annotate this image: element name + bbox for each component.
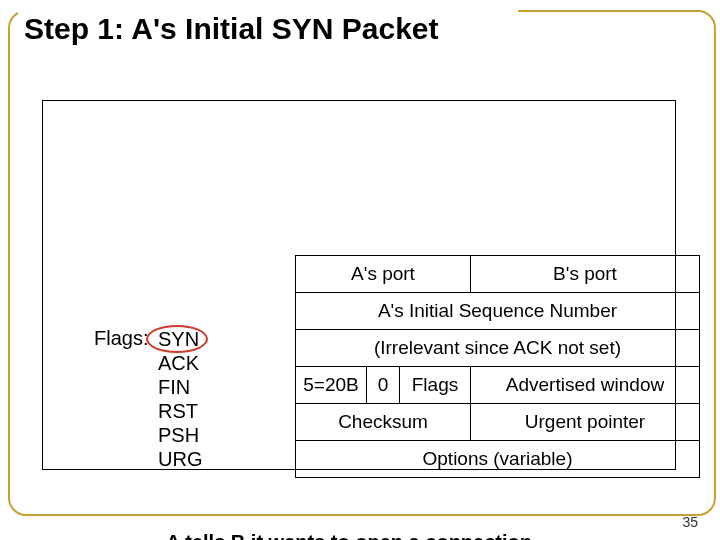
flags-label: Flags: [94,327,148,350]
cell-ack-number: (Irrelevant since ACK not set) [296,330,700,367]
cell-urgent-pointer: Urgent pointer [471,404,700,441]
cell-adv-window: Advertised window [471,367,700,404]
page-title: Step 1: A's Initial SYN Packet [20,12,443,46]
table-row: Options (variable) [296,441,700,478]
cell-header-length: 5=20B [296,367,367,404]
content-frame: Flags: SYN ACK FIN RST PSH URG A's port … [42,100,676,470]
flag-urg: URG [158,447,202,471]
syn-highlight-circle [146,325,208,353]
table-row: Checksum Urgent pointer [296,404,700,441]
table-row: A's Initial Sequence Number [296,293,700,330]
packet-table: A's port B's port A's Initial Sequence N… [295,255,700,478]
flag-fin: FIN [158,375,202,399]
table-row: 5=20B 0 Flags Advertised window [296,367,700,404]
cell-reserved: 0 [367,367,400,404]
cell-src-port: A's port [296,256,471,293]
table-row: (Irrelevant since ACK not set) [296,330,700,367]
cell-seq-number: A's Initial Sequence Number [296,293,700,330]
page-number: 35 [682,514,698,530]
flag-ack: ACK [158,351,202,375]
flag-psh: PSH [158,423,202,447]
flag-rst: RST [158,399,202,423]
cell-options: Options (variable) [296,441,700,478]
cell-flags: Flags [400,367,471,404]
cell-checksum: Checksum [296,404,471,441]
cell-dst-port: B's port [471,256,700,293]
slide: Step 1: A's Initial SYN Packet Flags: SY… [0,0,720,540]
packet-diagram: A's port B's port A's Initial Sequence N… [295,255,700,478]
slide-caption: A tells B it wants to open a connection… [43,531,675,540]
table-row: A's port B's port [296,256,700,293]
